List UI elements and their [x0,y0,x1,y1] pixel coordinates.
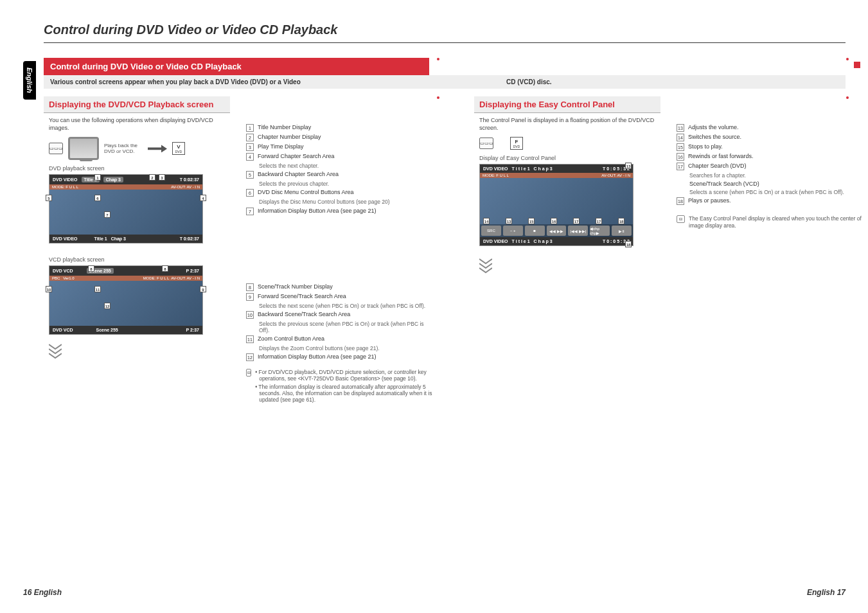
callout-17b: 17 [596,218,602,224]
legend-title: Adjusts the volume. [688,124,739,132]
screen-time: T 0:02:37 [180,177,199,182]
chevron-down-icon [49,341,62,360]
mode-label: F [515,139,518,145]
legend-number: 14 [677,134,684,141]
callout-7: 7 [104,211,111,218]
legend-item: 18Plays or pauses. [677,197,863,205]
screen-video-area: MODE: F U L L AV-OUT: AV - I N 1 2 3 4 5… [49,184,202,235]
legend-item: 11Zoom Control Button Area [246,335,432,343]
legend-number: 15 [677,143,684,151]
screen-bottom-bar: DVD VIDEO Title 1 Chap 3 T 0:02:37 [49,235,202,243]
legend-item: 10Backward Scene/Track Search Area [246,311,432,319]
column-3: Displaying the Easy Control Panel The Co… [474,90,667,581]
callout-16: 16 [551,218,557,224]
legend-title: Backward Chapter Search Area [258,171,339,179]
screen-chapter: Chap 3 [111,236,126,241]
legend-item: 8Scene/Track Number Display [246,283,432,291]
callout-14: 14 [483,218,490,224]
callout-1: 1 [94,174,101,181]
legend-number: 12 [246,353,254,361]
device-diagram: ▭▭▭ F DVD [479,137,655,150]
screen-time: P 2:37 [186,269,200,273]
legend-title: Information Display Button Area (see pag… [258,208,376,215]
legend-title: Stops to play. [688,143,723,151]
legend-item: 5Backward Chapter Search Area [246,171,432,179]
mode-sub: DVD [175,150,182,154]
callout-11: 11 [94,286,101,292]
easy-panel-button: |◀◀ ▶▶| [568,226,588,236]
screen-bottom-bar: DVD VIDEO T i t l e 1 C h a p 3 T 0 : 0 … [480,237,633,245]
legend-title: Rewinds or fast forwards. [688,153,754,161]
callout-9: 9 [200,286,206,292]
legend-subtitle: Selects a scene (when PBC is On) or a tr… [689,189,863,195]
legend-title: Switches the source. [688,134,741,141]
legend-item: 12Information Display Button Area (see p… [246,353,432,361]
legend-item: 16Rewinds or fast forwards. [677,153,863,161]
sub-band-left: Various control screens appear when you … [50,78,301,85]
mode-box: V DVD [172,142,185,155]
note-icon: ⧈ [246,369,251,377]
column-1: Displaying the DVD/VCD Playback screen Y… [44,90,236,581]
legend-list-easy: 13Adjusts the volume.14Switches the sour… [677,124,863,205]
version-label: Ver1.0 [63,276,74,280]
legend-title: Forward Scene/Track Search Area [258,293,346,301]
legend-number: 13 [677,124,684,132]
page-title: Control during DVD Video or Video CD Pla… [44,22,337,37]
easy-panel-button: SRC [481,226,501,236]
page-footer-left: 16 English [23,588,62,597]
legend-item: 15Stops to play. [677,143,863,151]
legend-number: 2 [246,134,254,141]
screen-video-area: MODE: F U L L AV-OUT: AV - I N 13 SRC− +… [480,173,633,237]
column-4: 13Adjusts the volume.14Switches the sour… [677,90,868,581]
legend-number: 10 [246,311,254,319]
dot-guide [846,58,849,60]
legend-item: 14Switches the source. [677,134,863,141]
screen-mode-strip: MODE: F U L L AV-OUT: AV - I N [49,184,202,190]
note-text: The Easy Control Panel display is cleare… [689,215,863,229]
callout-15: 15 [528,218,535,224]
mode-text: MODE: F U L L [52,185,78,189]
screen-chapter: C h a p 3 [534,166,553,171]
section-title-band: Control during DVD Video or Video CD Pla… [44,58,429,75]
callout-6: 6 [94,195,101,201]
screen-time: P 2:37 [186,328,200,332]
legend-item: Scene/Track Search (VCD) [677,181,863,187]
legend-item: 4Forward Chapter Search Area [246,153,432,161]
legend-item: 7Information Display Button Area (see pa… [246,208,432,215]
legend-number: 9 [246,293,254,301]
legend-number: 4 [246,153,254,161]
note-item: For DVD/VCD playback, DVD/VCD picture se… [255,369,432,382]
callout-8: 8 [88,265,94,272]
screen-time: T 0:02:37 [180,236,199,241]
continue-arrow [479,256,655,276]
legend-number: 17 [677,163,684,170]
easy-panel-button: ◀◀ ▶▶ [547,226,567,236]
legend-title: Information Display Button Area (see pag… [258,353,376,361]
legend-title: Plays or pauses. [688,197,731,205]
legend-subtitle: Selects the previous chapter. [259,181,432,187]
legend-title: Zoom Control Button Area [258,335,324,343]
screen-title: T i t l e 1 [512,239,530,244]
screen-source: DVD VIDEO [53,236,78,241]
screen-bottom-bar: DVD VCD Scene 255 P 2:37 [49,326,202,334]
legend-item: 3Play Time Display [246,143,432,151]
legend-list-dvd: 1Title Number Display2Chapter Number Dis… [246,124,432,215]
callout-13: 13 [625,163,632,169]
device-screen-icon [68,137,99,160]
callout-18b: 18 [625,241,632,247]
callout-10: 10 [46,286,52,292]
screen-top-bar: DVD VIDEO Title 1 Chap 3 T 0:02:37 [49,175,202,184]
vcd-playback-screen: DVD VCD Scene 255 P 2:37 PBC Ver1.0 MODE… [49,265,203,335]
vcd-screen-heading: VCD playback screen [49,256,225,263]
column-2: 1Title Number Display2Chapter Number Dis… [246,90,439,581]
legend-number: 8 [246,283,254,291]
easy-panel-button: − + [503,226,523,236]
arrow-icon [148,145,167,152]
mode-sub: DVD [513,145,520,148]
easy-panel-heading: Display of Easy Control Panel [479,155,655,161]
legend-subtitle: Displays the Zoom Control buttons (see p… [259,345,432,351]
screen-top-bar: DVD VIDEO T i t l e 1 C h a p 3 T 0 : 0 … [480,164,633,173]
legend-item: 17Chapter Search (DVD) [677,163,863,170]
mode-text: MODE: F U L L [143,276,170,280]
continue-arrow [49,341,225,362]
